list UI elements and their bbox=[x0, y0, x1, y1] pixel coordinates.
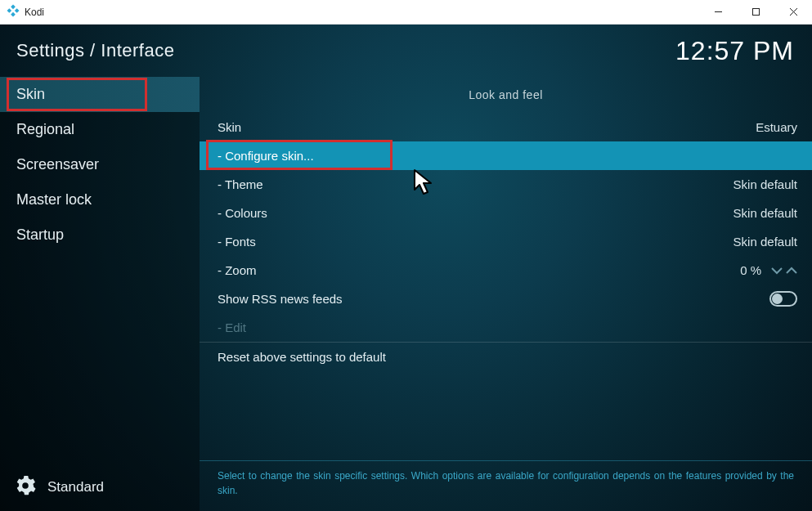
zoom-spinner[interactable] bbox=[771, 267, 797, 275]
chevron-down-icon bbox=[771, 267, 783, 275]
setting-rss[interactable]: Show RSS news feeds bbox=[200, 285, 812, 313]
sidebar-item-screensaver[interactable]: Screensaver bbox=[0, 147, 200, 182]
clock: 12:57 PM bbox=[675, 36, 794, 66]
close-button[interactable] bbox=[774, 0, 812, 25]
sidebar-item-label: Regional bbox=[16, 121, 74, 138]
sidebar-item-regional[interactable]: Regional bbox=[0, 112, 200, 147]
setting-reset-defaults[interactable]: Reset above settings to default bbox=[200, 342, 812, 370]
maximize-button[interactable] bbox=[737, 0, 774, 25]
setting-label: Skin bbox=[218, 120, 241, 134]
section-title: Look and feel bbox=[200, 77, 812, 113]
setting-zoom[interactable]: Zoom 0 % bbox=[200, 256, 812, 285]
setting-value: Estuary bbox=[756, 120, 797, 134]
setting-label: Fonts bbox=[218, 235, 256, 249]
svg-rect-5 bbox=[752, 9, 759, 16]
setting-label: Configure skin... bbox=[218, 149, 314, 163]
gear-icon bbox=[15, 475, 36, 500]
setting-label: Zoom bbox=[218, 263, 257, 277]
header: Settings / Interface 12:57 PM bbox=[0, 25, 812, 77]
svg-rect-1 bbox=[7, 8, 12, 13]
setting-skin[interactable]: Skin Estuary bbox=[200, 113, 812, 141]
setting-label: Show RSS news feeds bbox=[218, 292, 343, 306]
kodi-logo-icon bbox=[7, 4, 20, 20]
settings-sidebar: Skin Regional Screensaver Master lock St… bbox=[0, 77, 200, 511]
svg-rect-0 bbox=[11, 4, 16, 9]
setting-colours[interactable]: Colours Skin default bbox=[200, 199, 812, 227]
sidebar-item-label: Master lock bbox=[16, 191, 92, 208]
breadcrumb: Settings / Interface bbox=[16, 40, 174, 61]
sidebar-item-label: Screensaver bbox=[16, 156, 99, 173]
window-controls bbox=[699, 0, 812, 25]
setting-configure-skin[interactable]: Configure skin... bbox=[200, 141, 812, 170]
sidebar-item-startup[interactable]: Startup bbox=[0, 217, 200, 253]
setting-value: Skin default bbox=[733, 206, 797, 220]
window-titlebar: Kodi bbox=[0, 0, 812, 25]
setting-theme[interactable]: Theme Skin default bbox=[200, 170, 812, 199]
rss-toggle[interactable] bbox=[769, 291, 797, 307]
setting-value: Skin default bbox=[733, 177, 797, 191]
app-body: Settings / Interface 12:57 PM Skin Regio… bbox=[0, 25, 812, 511]
svg-rect-3 bbox=[11, 11, 16, 16]
setting-rss-edit: Edit bbox=[200, 313, 812, 342]
setting-fonts[interactable]: Fonts Skin default bbox=[200, 227, 812, 256]
svg-rect-2 bbox=[15, 8, 20, 13]
setting-label: Edit bbox=[218, 320, 246, 334]
setting-value: 0 % bbox=[740, 263, 761, 277]
sidebar-item-master-lock[interactable]: Master lock bbox=[0, 182, 200, 217]
setting-label: Colours bbox=[218, 206, 267, 220]
chevron-up-icon bbox=[786, 267, 797, 275]
setting-value: Skin default bbox=[733, 235, 797, 249]
sidebar-item-label: Startup bbox=[16, 226, 64, 244]
settings-level-label: Standard bbox=[47, 479, 104, 495]
sidebar-item-skin[interactable]: Skin bbox=[0, 77, 200, 112]
settings-level-toggle[interactable]: Standard bbox=[0, 464, 200, 511]
setting-description: Select to change the skin specific setti… bbox=[200, 460, 812, 511]
minimize-button[interactable] bbox=[699, 0, 737, 25]
setting-label: Reset above settings to default bbox=[218, 350, 386, 364]
setting-label: Theme bbox=[218, 177, 263, 191]
window-title: Kodi bbox=[25, 7, 44, 18]
sidebar-item-label: Skin bbox=[16, 86, 45, 103]
settings-main: Look and feel Skin Estuary Configure ski… bbox=[200, 77, 812, 511]
